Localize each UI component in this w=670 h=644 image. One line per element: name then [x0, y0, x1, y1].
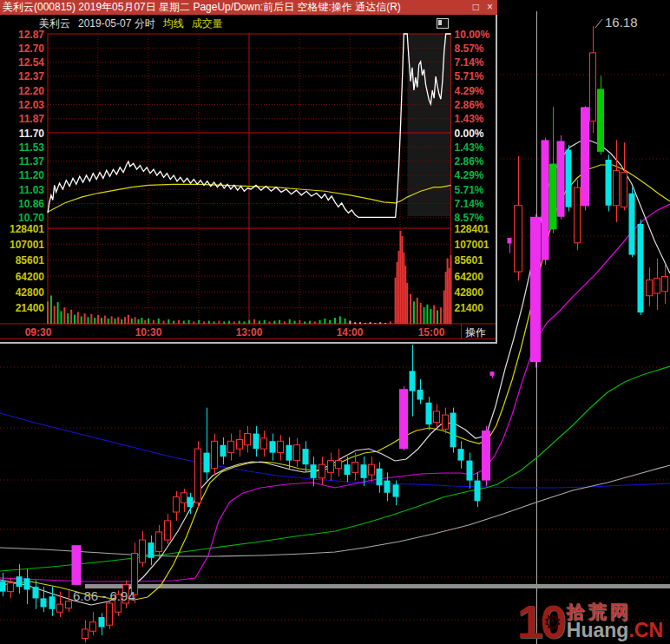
watermark-domain-cn: .CN [628, 619, 663, 641]
svg-text:09:30: 09:30 [25, 326, 52, 338]
date-mode-label: 2019-05-07 分时 [78, 16, 155, 31]
gap-annotation: 6.86 - 6.94 [73, 588, 135, 603]
svg-text:11.03: 11.03 [19, 184, 45, 196]
svg-text:21400: 21400 [455, 302, 484, 314]
svg-text:2.86%: 2.86% [455, 155, 484, 168]
svg-text:42800: 42800 [455, 286, 484, 299]
svg-text:12.70: 12.70 [18, 43, 44, 55]
svg-text:12.37: 12.37 [18, 70, 44, 82]
svg-text:42800: 42800 [16, 286, 45, 299]
svg-text:128401: 128401 [10, 223, 44, 235]
svg-text:1.43%: 1.43% [455, 141, 484, 154]
svg-text:21400: 21400 [16, 302, 45, 314]
maximize-button[interactable]: □ [473, 1, 479, 14]
volume-toggle[interactable]: 成交量 [192, 16, 223, 31]
svg-text:5.71%: 5.71% [455, 184, 484, 196]
svg-text:8.57%: 8.57% [455, 43, 484, 55]
svg-text:12.03: 12.03 [18, 99, 44, 111]
svg-text:14:00: 14:00 [337, 326, 364, 338]
svg-text:10.00%: 10.00% [455, 29, 490, 41]
svg-text:7.14%: 7.14% [455, 198, 484, 210]
svg-text:107001: 107001 [455, 239, 489, 251]
restore-window-icon[interactable] [437, 18, 449, 29]
svg-text:2.86%: 2.86% [455, 99, 484, 111]
svg-text:12.54: 12.54 [18, 56, 44, 69]
svg-text:11.70: 11.70 [19, 128, 45, 140]
avg-line-toggle[interactable]: 均线 [163, 16, 184, 31]
gear-icon: ⚙ [543, 610, 562, 634]
high-price-annotation: 16.18 [605, 15, 638, 30]
svg-text:64200: 64200 [16, 271, 45, 283]
svg-text:4.29%: 4.29% [455, 169, 484, 181]
symbol-label: 美利云 [39, 16, 70, 31]
svg-text:13:00: 13:00 [236, 326, 263, 338]
svg-text:5.71%: 5.71% [455, 70, 484, 82]
svg-text:11.37: 11.37 [19, 155, 45, 168]
svg-text:85601: 85601 [455, 254, 484, 266]
svg-text:0.00%: 0.00% [455, 128, 484, 140]
svg-text:7.14%: 7.14% [455, 56, 484, 69]
svg-text:85601: 85601 [16, 254, 45, 266]
svg-text:1.43%: 1.43% [455, 113, 484, 125]
svg-text:15:00: 15:00 [418, 326, 445, 338]
svg-text:10.86: 10.86 [18, 198, 44, 210]
svg-text:107001: 107001 [10, 239, 44, 251]
title-bar: 美利云(000815) 2019年05月07日 星期二 PageUp/Down:… [0, 0, 497, 15]
watermark: 10 ⚙ 拾荒网 Huang.CN [517, 602, 663, 641]
svg-text:10:30: 10:30 [135, 326, 162, 338]
svg-text:4.29%: 4.29% [455, 85, 484, 97]
intraday-header: 美利云 2019-05-07 分时 均线 成交量 [39, 16, 223, 31]
intraday-chart[interactable]: 12.8712.7012.5412.3712.2012.0311.8711.70… [0, 0, 670, 644]
svg-text:11.87: 11.87 [19, 113, 45, 125]
restore-window-icon-fill [438, 20, 442, 25]
svg-text:12.20: 12.20 [18, 85, 44, 97]
action-button[interactable]: 操作 [465, 325, 486, 340]
svg-text:64200: 64200 [455, 271, 484, 283]
window-title: 美利云(000815) 2019年05月07日 星期二 PageUp/Down:… [3, 0, 401, 15]
close-button[interactable]: × [487, 1, 493, 14]
watermark-domain: Huang [567, 619, 629, 641]
svg-text:128401: 128401 [455, 223, 489, 235]
svg-text:11.53: 11.53 [19, 141, 45, 154]
svg-text:11.20: 11.20 [19, 169, 45, 181]
app-root: 6.86 - 6.94 12.8712.7012.5412.3712.2012.… [0, 0, 670, 644]
